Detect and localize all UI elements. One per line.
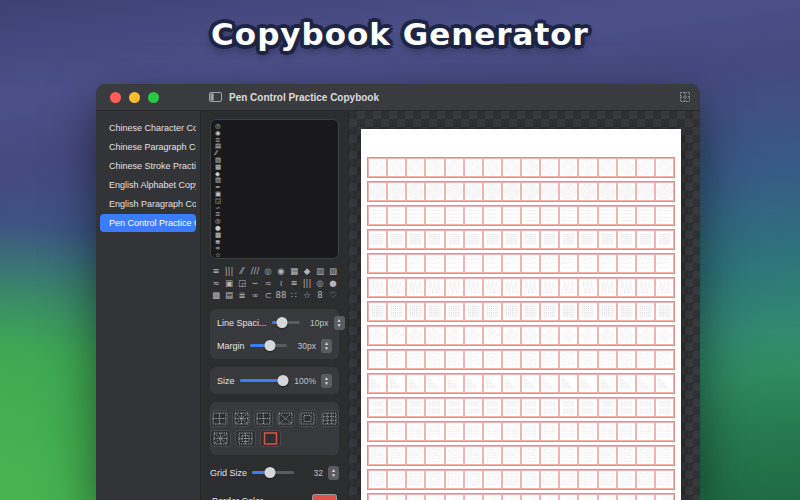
symbol-button[interactable]: ||| bbox=[223, 265, 235, 277]
symbol-button[interactable]: ◉ bbox=[275, 265, 287, 277]
grid-cell bbox=[464, 446, 483, 465]
grid-style-group bbox=[210, 402, 339, 455]
symbol-button[interactable]: ≈ bbox=[210, 277, 222, 289]
size-stepper[interactable]: ▲▼ bbox=[321, 374, 332, 388]
grid-cell bbox=[445, 494, 464, 500]
grid-cell bbox=[483, 494, 502, 500]
grid-cell bbox=[445, 422, 464, 441]
symbol-button[interactable]: ∞ bbox=[249, 289, 261, 301]
slider-thumb[interactable] bbox=[264, 467, 275, 478]
symbols-input[interactable]: ◎ ◉ ≡ ▤ ⁄⁄ ▨ ▦ ◆ ▥ ≈ ▣ ◲ ∽ ≡ ◎ ● ▩ ≣ ∞ ☆… bbox=[210, 119, 339, 259]
grid-cell bbox=[368, 350, 387, 369]
grid-style-plain-button[interactable] bbox=[260, 430, 281, 447]
sidebar-item[interactable]: Pen Control Practice C... bbox=[100, 214, 196, 232]
symbol-palette: ≡|||⁄⁄///◎◉▦◆▥▨≈▣◲∽≂≀≡|||◎●▩▤≣∞⊂88∷☆8♡ bbox=[210, 265, 339, 301]
symbol-button[interactable]: ▩ bbox=[210, 289, 222, 301]
symbol-button[interactable]: ● bbox=[327, 277, 339, 289]
symbol-button[interactable]: ◲ bbox=[236, 277, 248, 289]
line-spacing-slider[interactable] bbox=[272, 321, 300, 324]
sidebar-toggle-icon[interactable] bbox=[209, 92, 222, 102]
grid-cell bbox=[655, 350, 674, 369]
margin-slider[interactable] bbox=[250, 344, 287, 347]
slider-thumb[interactable] bbox=[265, 340, 276, 351]
grid-size-slider[interactable] bbox=[252, 471, 294, 474]
grid-cell bbox=[483, 158, 502, 177]
grid-cell bbox=[502, 350, 521, 369]
symbol-button[interactable]: ▣ bbox=[223, 277, 235, 289]
line-spacing-stepper[interactable]: ▲▼ bbox=[334, 316, 345, 330]
grid-size-value: 32 bbox=[299, 468, 323, 478]
sidebar-item[interactable]: English Alphabet Copyb... bbox=[100, 176, 196, 194]
grid-style-hui-button[interactable] bbox=[299, 410, 317, 427]
grid-cell bbox=[578, 494, 597, 500]
grid-cell bbox=[636, 326, 655, 345]
grid-cell bbox=[540, 158, 559, 177]
grid-cell bbox=[368, 254, 387, 273]
symbol-button[interactable]: ♡ bbox=[327, 289, 339, 301]
grid-cell bbox=[502, 494, 521, 500]
border-color-swatch[interactable] bbox=[312, 494, 337, 500]
sidebar-item[interactable]: Chinese Character Cop... bbox=[100, 119, 196, 137]
grid-cell bbox=[464, 470, 483, 489]
symbol-button[interactable]: ≣ bbox=[236, 289, 248, 301]
symbol-button[interactable]: ☆ bbox=[301, 289, 313, 301]
sidebar-item[interactable]: English Paragraph Copy... bbox=[100, 195, 196, 213]
symbol-button[interactable]: ||| bbox=[301, 277, 313, 289]
grid-export-icon[interactable] bbox=[680, 92, 690, 102]
titlebar[interactable]: Pen Control Practice Copybook bbox=[96, 84, 700, 111]
zoom-button[interactable] bbox=[148, 92, 159, 103]
symbol-button[interactable]: ≡ bbox=[288, 277, 300, 289]
symbol-button[interactable]: ∽ bbox=[249, 277, 261, 289]
sidebar-item[interactable]: Chinese Paragraph Cop... bbox=[100, 138, 196, 156]
grid-cell bbox=[483, 350, 502, 369]
grid-cell bbox=[464, 158, 483, 177]
grid-cell bbox=[617, 422, 636, 441]
grid-style-jiu-button[interactable] bbox=[321, 410, 339, 427]
grid-size-stepper[interactable]: ▲▼ bbox=[328, 466, 339, 480]
symbol-button[interactable]: ◆ bbox=[301, 265, 313, 277]
grid-style-tian-button[interactable] bbox=[210, 410, 228, 427]
size-slider[interactable] bbox=[240, 379, 287, 382]
pattern-row-zigzag-h bbox=[367, 253, 675, 274]
grid-cell bbox=[617, 374, 636, 393]
grid-cell bbox=[598, 302, 617, 321]
grid-style-mi-button[interactable] bbox=[232, 410, 250, 427]
grid-cell bbox=[636, 302, 655, 321]
symbol-button[interactable]: ◎ bbox=[262, 265, 274, 277]
symbol-button[interactable]: 8 bbox=[314, 289, 326, 301]
grid-cell bbox=[655, 230, 674, 249]
symbol-button[interactable]: ≂ bbox=[262, 277, 274, 289]
grid-style-mi2-button[interactable] bbox=[210, 430, 231, 447]
symbol-button[interactable]: ▦ bbox=[288, 265, 300, 277]
grid-cell bbox=[559, 230, 578, 249]
grid-cell bbox=[425, 278, 444, 297]
slider-thumb[interactable] bbox=[278, 375, 289, 386]
symbol-button[interactable]: ∷ bbox=[288, 289, 300, 301]
grid-cell bbox=[617, 350, 636, 369]
symbol-button[interactable]: ⊂ bbox=[262, 289, 274, 301]
grid-cell bbox=[598, 494, 617, 500]
margin-stepper[interactable]: ▲▼ bbox=[321, 339, 332, 353]
close-button[interactable] bbox=[110, 92, 121, 103]
grid-cell bbox=[559, 182, 578, 201]
symbol-button[interactable]: ▤ bbox=[223, 289, 235, 301]
symbol-button[interactable]: ▨ bbox=[327, 265, 339, 277]
grid-style-x-button[interactable] bbox=[277, 410, 295, 427]
symbol-button[interactable]: ◎ bbox=[314, 277, 326, 289]
grid-style-jing-button[interactable] bbox=[235, 430, 256, 447]
symbol-button[interactable]: 88 bbox=[275, 289, 287, 301]
grid-cell bbox=[636, 350, 655, 369]
grid-cell bbox=[655, 254, 674, 273]
slider-thumb[interactable] bbox=[277, 317, 288, 328]
symbol-button[interactable]: /// bbox=[249, 265, 261, 277]
grid-cell bbox=[598, 158, 617, 177]
minimize-button[interactable] bbox=[129, 92, 140, 103]
symbol-button[interactable]: ⁄⁄ bbox=[236, 265, 248, 277]
grid-cell bbox=[617, 182, 636, 201]
titlebar-left bbox=[96, 92, 200, 103]
sidebar-item[interactable]: Chinese Stroke Practic... bbox=[100, 157, 196, 175]
symbol-button[interactable]: ≡ bbox=[210, 265, 222, 277]
grid-style-cross-button[interactable] bbox=[254, 410, 272, 427]
symbol-button[interactable]: ▥ bbox=[314, 265, 326, 277]
symbol-button[interactable]: ≀ bbox=[275, 277, 287, 289]
